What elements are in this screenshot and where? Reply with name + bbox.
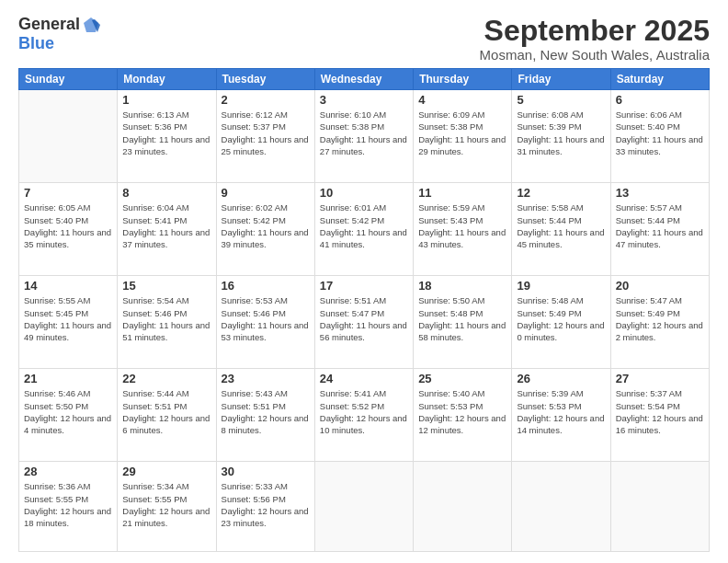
table-row: 15Sunrise: 5:54 AM Sunset: 5:46 PM Dayli… bbox=[118, 276, 216, 369]
day-number: 6 bbox=[616, 93, 704, 107]
day-info: Sunrise: 6:01 AM Sunset: 5:42 PM Dayligh… bbox=[320, 201, 408, 250]
day-info: Sunrise: 6:08 AM Sunset: 5:39 PM Dayligh… bbox=[517, 109, 605, 157]
table-row: 3Sunrise: 6:10 AM Sunset: 5:38 PM Daylig… bbox=[314, 90, 413, 183]
page: General Blue September 2025 Mosman, New … bbox=[0, 0, 728, 563]
col-saturday: Saturday bbox=[610, 69, 709, 90]
table-row: 11Sunrise: 5:59 AM Sunset: 5:43 PM Dayli… bbox=[414, 183, 512, 276]
table-row bbox=[610, 462, 709, 552]
day-info: Sunrise: 5:36 AM Sunset: 5:55 PM Dayligh… bbox=[24, 480, 112, 529]
day-number: 7 bbox=[24, 186, 112, 200]
day-info: Sunrise: 5:34 AM Sunset: 5:55 PM Dayligh… bbox=[122, 480, 210, 529]
day-number: 18 bbox=[418, 279, 506, 293]
day-number: 26 bbox=[517, 372, 605, 385]
calendar-table: Sunday Monday Tuesday Wednesday Thursday… bbox=[18, 68, 710, 552]
day-info: Sunrise: 5:33 AM Sunset: 5:56 PM Dayligh… bbox=[222, 480, 310, 529]
table-row bbox=[414, 462, 512, 552]
day-number: 22 bbox=[122, 372, 210, 385]
day-info: Sunrise: 5:57 AM Sunset: 5:44 PM Dayligh… bbox=[616, 201, 704, 250]
table-row: 28Sunrise: 5:36 AM Sunset: 5:55 PM Dayli… bbox=[19, 462, 118, 552]
day-info: Sunrise: 5:47 AM Sunset: 5:49 PM Dayligh… bbox=[616, 294, 704, 343]
table-row: 22Sunrise: 5:44 AM Sunset: 5:51 PM Dayli… bbox=[118, 369, 216, 462]
table-row: 25Sunrise: 5:40 AM Sunset: 5:53 PM Dayli… bbox=[414, 369, 512, 462]
day-info: Sunrise: 6:10 AM Sunset: 5:38 PM Dayligh… bbox=[320, 109, 408, 157]
table-row: 6Sunrise: 6:06 AM Sunset: 5:40 PM Daylig… bbox=[610, 90, 709, 183]
day-info: Sunrise: 6:13 AM Sunset: 5:36 PM Dayligh… bbox=[122, 109, 210, 157]
day-info: Sunrise: 6:02 AM Sunset: 5:42 PM Dayligh… bbox=[222, 201, 310, 250]
day-number: 11 bbox=[418, 186, 506, 200]
day-info: Sunrise: 5:59 AM Sunset: 5:43 PM Dayligh… bbox=[418, 201, 506, 250]
table-row: 1Sunrise: 6:13 AM Sunset: 5:36 PM Daylig… bbox=[118, 90, 216, 183]
table-row: 24Sunrise: 5:41 AM Sunset: 5:52 PM Dayli… bbox=[314, 369, 413, 462]
day-info: Sunrise: 5:44 AM Sunset: 5:51 PM Dayligh… bbox=[122, 387, 210, 436]
col-monday: Monday bbox=[118, 69, 216, 90]
table-row: 20Sunrise: 5:47 AM Sunset: 5:49 PM Dayli… bbox=[610, 276, 709, 369]
col-wednesday: Wednesday bbox=[314, 69, 413, 90]
table-row: 5Sunrise: 6:08 AM Sunset: 5:39 PM Daylig… bbox=[512, 90, 610, 183]
day-info: Sunrise: 5:55 AM Sunset: 5:45 PM Dayligh… bbox=[24, 294, 112, 343]
day-info: Sunrise: 6:06 AM Sunset: 5:40 PM Dayligh… bbox=[616, 109, 704, 157]
day-number: 24 bbox=[320, 372, 408, 385]
day-number: 9 bbox=[222, 186, 310, 200]
day-info: Sunrise: 6:12 AM Sunset: 5:37 PM Dayligh… bbox=[222, 109, 310, 157]
table-row: 18Sunrise: 5:50 AM Sunset: 5:48 PM Dayli… bbox=[414, 276, 512, 369]
col-friday: Friday bbox=[512, 69, 610, 90]
day-number: 28 bbox=[24, 465, 112, 478]
table-row: 14Sunrise: 5:55 AM Sunset: 5:45 PM Dayli… bbox=[19, 276, 118, 369]
table-row: 27Sunrise: 5:37 AM Sunset: 5:54 PM Dayli… bbox=[610, 369, 709, 462]
day-info: Sunrise: 5:51 AM Sunset: 5:47 PM Dayligh… bbox=[320, 294, 408, 343]
day-number: 23 bbox=[222, 372, 310, 385]
logo-icon bbox=[82, 16, 100, 34]
table-row: 19Sunrise: 5:48 AM Sunset: 5:49 PM Dayli… bbox=[512, 276, 610, 369]
table-row: 17Sunrise: 5:51 AM Sunset: 5:47 PM Dayli… bbox=[314, 276, 413, 369]
day-info: Sunrise: 5:40 AM Sunset: 5:53 PM Dayligh… bbox=[418, 387, 506, 436]
table-row: 10Sunrise: 6:01 AM Sunset: 5:42 PM Dayli… bbox=[314, 183, 413, 276]
logo: General Blue bbox=[18, 15, 100, 53]
table-row bbox=[19, 90, 118, 183]
day-number: 4 bbox=[418, 93, 506, 107]
day-info: Sunrise: 5:46 AM Sunset: 5:50 PM Dayligh… bbox=[24, 387, 112, 436]
table-row: 26Sunrise: 5:39 AM Sunset: 5:53 PM Dayli… bbox=[512, 369, 610, 462]
col-thursday: Thursday bbox=[414, 69, 512, 90]
day-number: 2 bbox=[222, 93, 310, 107]
day-number: 16 bbox=[222, 279, 310, 293]
day-number: 3 bbox=[320, 93, 408, 107]
day-number: 17 bbox=[320, 279, 408, 293]
table-row: 29Sunrise: 5:34 AM Sunset: 5:55 PM Dayli… bbox=[118, 462, 216, 552]
day-number: 8 bbox=[122, 186, 210, 200]
col-sunday: Sunday bbox=[19, 69, 118, 90]
day-info: Sunrise: 5:43 AM Sunset: 5:51 PM Dayligh… bbox=[222, 387, 310, 436]
day-number: 10 bbox=[320, 186, 408, 200]
day-number: 25 bbox=[418, 372, 506, 385]
day-number: 1 bbox=[122, 93, 210, 107]
table-row: 23Sunrise: 5:43 AM Sunset: 5:51 PM Dayli… bbox=[216, 369, 314, 462]
day-info: Sunrise: 6:04 AM Sunset: 5:41 PM Dayligh… bbox=[122, 201, 210, 250]
table-row: 8Sunrise: 6:04 AM Sunset: 5:41 PM Daylig… bbox=[118, 183, 216, 276]
day-info: Sunrise: 5:37 AM Sunset: 5:54 PM Dayligh… bbox=[616, 387, 704, 436]
table-row: 2Sunrise: 6:12 AM Sunset: 5:37 PM Daylig… bbox=[216, 90, 314, 183]
table-row: 13Sunrise: 5:57 AM Sunset: 5:44 PM Dayli… bbox=[610, 183, 709, 276]
location: Mosman, New South Wales, Australia bbox=[480, 47, 710, 63]
month-title: September 2025 bbox=[480, 15, 710, 47]
header: General Blue September 2025 Mosman, New … bbox=[18, 15, 710, 63]
day-info: Sunrise: 5:58 AM Sunset: 5:44 PM Dayligh… bbox=[517, 201, 605, 250]
table-row: 12Sunrise: 5:58 AM Sunset: 5:44 PM Dayli… bbox=[512, 183, 610, 276]
day-info: Sunrise: 5:41 AM Sunset: 5:52 PM Dayligh… bbox=[320, 387, 408, 436]
table-row: 30Sunrise: 5:33 AM Sunset: 5:56 PM Dayli… bbox=[216, 462, 314, 552]
day-info: Sunrise: 5:54 AM Sunset: 5:46 PM Dayligh… bbox=[122, 294, 210, 343]
table-row: 21Sunrise: 5:46 AM Sunset: 5:50 PM Dayli… bbox=[19, 369, 118, 462]
logo-blue-text: Blue bbox=[18, 34, 54, 53]
day-number: 14 bbox=[24, 279, 112, 293]
col-tuesday: Tuesday bbox=[216, 69, 314, 90]
table-row: 7Sunrise: 6:05 AM Sunset: 5:40 PM Daylig… bbox=[19, 183, 118, 276]
day-info: Sunrise: 5:48 AM Sunset: 5:49 PM Dayligh… bbox=[517, 294, 605, 343]
day-number: 29 bbox=[122, 465, 210, 478]
day-number: 27 bbox=[616, 372, 704, 385]
day-number: 15 bbox=[122, 279, 210, 293]
day-number: 30 bbox=[222, 465, 310, 478]
day-number: 12 bbox=[517, 186, 605, 200]
calendar-header-row: Sunday Monday Tuesday Wednesday Thursday… bbox=[19, 69, 710, 90]
day-number: 20 bbox=[616, 279, 704, 293]
day-info: Sunrise: 6:09 AM Sunset: 5:38 PM Dayligh… bbox=[418, 109, 506, 157]
day-number: 13 bbox=[616, 186, 704, 200]
day-info: Sunrise: 5:53 AM Sunset: 5:46 PM Dayligh… bbox=[222, 294, 310, 343]
